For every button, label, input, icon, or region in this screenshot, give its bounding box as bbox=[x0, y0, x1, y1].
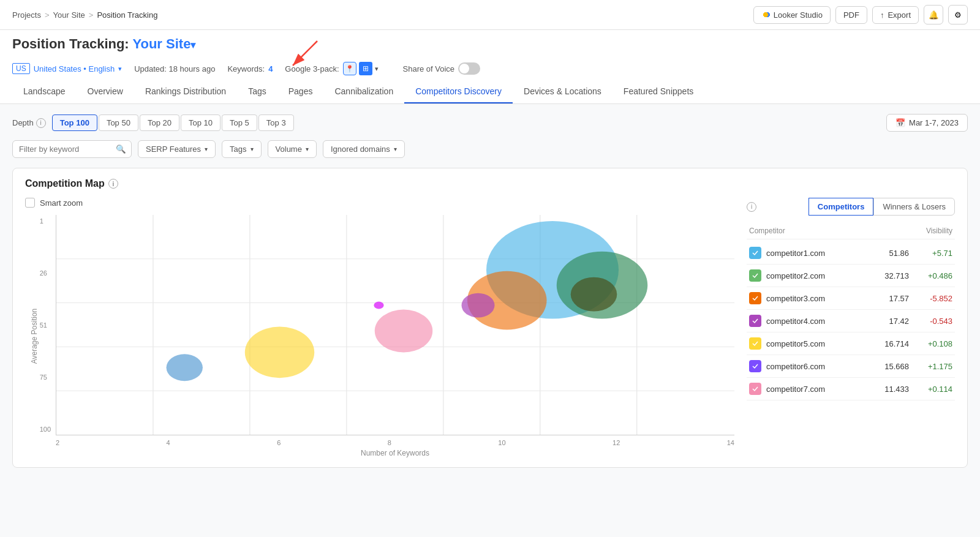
tab-devices[interactable]: Devices & Locations bbox=[513, 80, 612, 103]
comp-visibility-4: 16.714 bbox=[884, 339, 909, 348]
depth-top3[interactable]: Top 3 bbox=[258, 115, 294, 131]
comp-visibility-3: 17.42 bbox=[884, 317, 909, 326]
comp-row[interactable]: competitor1.com 51.86 +5.71 bbox=[747, 242, 955, 265]
comp-row[interactable]: competitor3.com 17.57 -5.852 bbox=[747, 287, 955, 310]
section-info-icon[interactable]: i bbox=[108, 179, 118, 189]
comp-checkbox-1[interactable] bbox=[749, 269, 761, 282]
x-tick-14: 14 bbox=[727, 439, 734, 446]
comp-visibility-5: 15.668 bbox=[884, 362, 909, 371]
comp-checkbox-3[interactable] bbox=[749, 315, 761, 327]
x-ticks: 2 4 6 8 10 12 14 bbox=[56, 437, 734, 446]
ignored-domains-chevron-icon: ▾ bbox=[394, 146, 397, 152]
depth-top50[interactable]: Top 50 bbox=[99, 115, 138, 131]
x-tick-12: 12 bbox=[612, 439, 620, 446]
comp-name-5: competitor6.com bbox=[766, 362, 880, 371]
page-title-row: Position Tracking: Your Site▾ bbox=[12, 36, 968, 52]
panel-info-icon[interactable]: i bbox=[747, 202, 756, 212]
search-button[interactable]: 🔍 bbox=[111, 141, 131, 157]
breadcrumb-projects[interactable]: Projects bbox=[12, 10, 41, 20]
comp-rows-container: competitor1.com 51.86 +5.71 competitor2.… bbox=[747, 242, 955, 400]
comp-name-6: competitor7.com bbox=[766, 385, 880, 394]
share-of-voice-toggle[interactable] bbox=[458, 62, 480, 75]
comp-header-visibility: Visibility bbox=[926, 227, 952, 235]
pdf-button[interactable]: PDF bbox=[835, 6, 867, 24]
comp-checkbox-0[interactable] bbox=[749, 247, 761, 259]
tab-landscape[interactable]: Landscape bbox=[12, 80, 77, 103]
comp-row[interactable]: competitor6.com 15.668 +1.175 bbox=[747, 355, 955, 378]
top-actions: Looker Studio PDF ↑ Export 🔔 ⚙ bbox=[753, 5, 968, 24]
tab-snippets[interactable]: Featured Snippets bbox=[612, 80, 704, 103]
tab-tags[interactable]: Tags bbox=[237, 80, 277, 103]
toggle-knob bbox=[459, 64, 469, 73]
chart-area: Smart zoom Average Position 1 26 51 75 1… bbox=[25, 198, 955, 457]
tab-rankings[interactable]: Rankings Distribution bbox=[134, 80, 237, 103]
comp-checkbox-2[interactable] bbox=[749, 292, 761, 304]
bubble-competitor4[interactable] bbox=[462, 293, 495, 318]
x-axis-label: Number of Keywords bbox=[56, 449, 734, 457]
flag-icon: US bbox=[12, 63, 30, 74]
google-pack-selector[interactable]: Google 3-pack: 📍 ⊞ ▾ bbox=[285, 62, 378, 75]
google-icons: 📍 ⊞ ▾ bbox=[343, 62, 379, 75]
depth-top20[interactable]: Top 20 bbox=[140, 115, 179, 131]
comp-table-body: competitor1.com 51.86 +5.71 competitor2.… bbox=[747, 242, 955, 400]
depth-top5[interactable]: Top 5 bbox=[222, 115, 257, 131]
comp-delta-6: +0.114 bbox=[919, 385, 952, 394]
search-icon: 🔍 bbox=[116, 145, 126, 154]
comp-checkbox-5[interactable] bbox=[749, 360, 761, 372]
site-name-link[interactable]: Your Site▾ bbox=[132, 36, 195, 51]
depth-top10[interactable]: Top 10 bbox=[181, 115, 221, 131]
keyword-search-input[interactable] bbox=[13, 141, 111, 157]
depth-filter: Depth i Top 100 Top 50 Top 20 Top 10 Top… bbox=[12, 115, 294, 131]
comp-checkbox-6[interactable] bbox=[749, 383, 761, 395]
smart-zoom-checkbox[interactable] bbox=[25, 198, 35, 208]
volume-dropdown[interactable]: Volume ▾ bbox=[268, 140, 317, 158]
tab-pages[interactable]: Pages bbox=[277, 80, 324, 103]
date-range-button[interactable]: 📅 Mar 1-7, 2023 bbox=[886, 114, 968, 132]
breadcrumb-sep1: > bbox=[45, 10, 50, 20]
breadcrumb-yoursite[interactable]: Your Site bbox=[53, 10, 85, 20]
notification-button[interactable]: 🔔 bbox=[924, 5, 943, 24]
calendar-icon: 📅 bbox=[895, 118, 905, 127]
smart-zoom-control: Smart zoom bbox=[25, 198, 734, 208]
pin-icon: 📍 bbox=[343, 62, 356, 75]
comp-delta-1: +0.486 bbox=[919, 271, 952, 280]
bubble-yoursite[interactable] bbox=[167, 354, 203, 381]
main-content: Depth i Top 100 Top 50 Top 20 Top 10 Top… bbox=[0, 104, 980, 478]
comp-row[interactable]: competitor5.com 16.714 +0.108 bbox=[747, 332, 955, 355]
looker-studio-button[interactable]: Looker Studio bbox=[753, 6, 831, 24]
panel-tab-competitors[interactable]: Competitors bbox=[809, 198, 874, 216]
comp-row[interactable]: competitor2.com 32.713 +0.486 bbox=[747, 265, 955, 287]
comp-row[interactable]: competitor4.com 17.42 -0.543 bbox=[747, 310, 955, 332]
depth-top100[interactable]: Top 100 bbox=[52, 115, 97, 131]
page-title-prefix: Position Tracking: bbox=[12, 36, 129, 51]
location-selector[interactable]: US United States • English ▾ bbox=[12, 63, 122, 74]
settings-button[interactable]: ⚙ bbox=[948, 5, 968, 24]
tab-cannibalization[interactable]: Cannibalization bbox=[323, 80, 404, 103]
serp-features-dropdown[interactable]: SERP Features ▾ bbox=[138, 140, 216, 158]
ignored-domains-dropdown[interactable]: Ignored domains ▾ bbox=[323, 140, 405, 158]
bubble-competitor7[interactable] bbox=[375, 310, 433, 353]
bell-icon: 🔔 bbox=[929, 10, 939, 20]
comp-visibility-1: 32.713 bbox=[884, 271, 909, 280]
scatter-chart-wrap: Smart zoom Average Position 1 26 51 75 1… bbox=[25, 198, 734, 457]
export-icon: ↑ bbox=[880, 10, 884, 20]
panel-tab-winners[interactable]: Winners & Losers bbox=[873, 198, 955, 216]
export-button[interactable]: ↑ Export bbox=[872, 6, 919, 24]
tags-dropdown[interactable]: Tags ▾ bbox=[222, 140, 261, 158]
volume-chevron-icon: ▾ bbox=[306, 146, 309, 152]
depth-info-icon[interactable]: i bbox=[36, 118, 46, 128]
tab-overview[interactable]: Overview bbox=[77, 80, 134, 103]
comp-row[interactable]: competitor7.com 11.433 +0.114 bbox=[747, 378, 955, 400]
comp-table-header: Competitor Visibility bbox=[747, 223, 955, 239]
keywords-count[interactable]: 4 bbox=[268, 64, 273, 73]
y-axis: Average Position 1 26 51 75 100 bbox=[25, 215, 56, 457]
tab-competitors[interactable]: Competitors Discovery bbox=[404, 80, 513, 103]
comp-checkbox-4[interactable] bbox=[749, 337, 761, 350]
meta-bar: US United States • English ▾ Updated: 18… bbox=[12, 57, 968, 80]
map-icon: ⊞ bbox=[359, 62, 372, 75]
google-chevron: ▾ bbox=[375, 65, 379, 73]
sidebar-panel: i Competitors Winners & Losers Competito… bbox=[747, 198, 955, 457]
chart-svg bbox=[56, 215, 734, 435]
page-title: Position Tracking: Your Site▾ bbox=[12, 36, 195, 52]
bubble-competitor5[interactable] bbox=[245, 326, 314, 378]
